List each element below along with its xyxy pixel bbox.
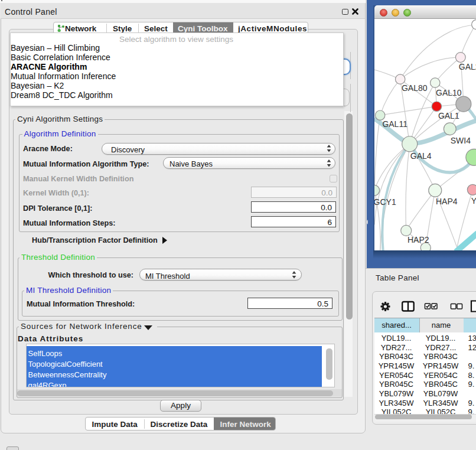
- svg-text:GAL2: GAL2: [458, 62, 476, 71]
- svg-text:SWI4: SWI4: [450, 136, 470, 145]
- svg-text:HAP4: HAP4: [436, 197, 458, 206]
- svg-text:GAL11: GAL11: [382, 119, 407, 129]
- svg-text:GCY1: GCY1: [374, 197, 396, 207]
- svg-text:YMR: YMR: [471, 196, 476, 206]
- svg-text:GAL80: GAL80: [401, 83, 427, 93]
- svg-text:GAL10: GAL10: [436, 88, 462, 97]
- svg-text:GAL4: GAL4: [410, 151, 431, 161]
- svg-text:GAL1: GAL1: [438, 111, 459, 120]
- svg-text:HAP2: HAP2: [407, 235, 429, 244]
